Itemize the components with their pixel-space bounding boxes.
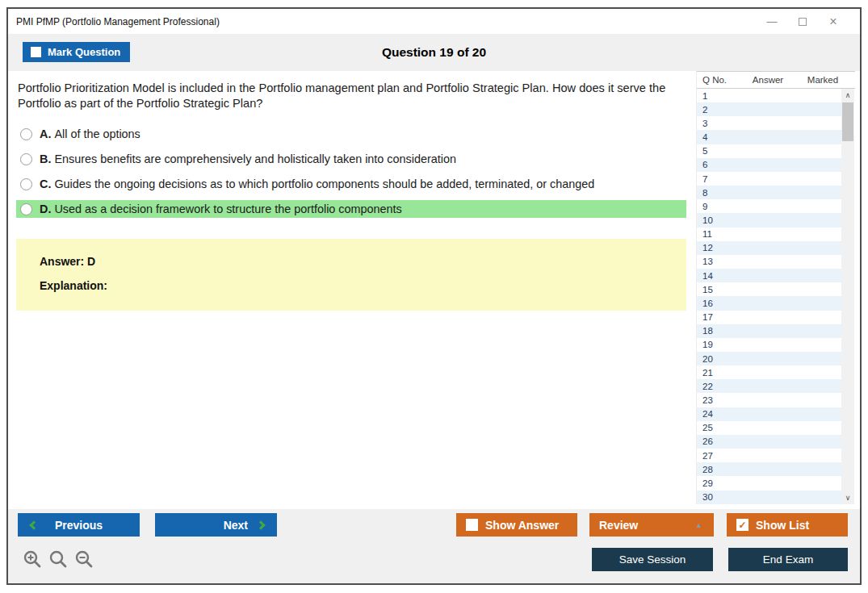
radio-icon[interactable] xyxy=(20,128,32,140)
question-list-row[interactable]: 17 xyxy=(697,311,842,324)
previous-label: Previous xyxy=(55,519,103,532)
minimize-icon: — xyxy=(767,15,778,27)
show-answer-button[interactable]: Show Answer xyxy=(456,513,577,537)
question-list-row[interactable]: 9 xyxy=(697,199,842,213)
row-qno: 4 xyxy=(697,132,737,142)
scroll-down-icon[interactable]: ∨ xyxy=(841,491,854,504)
chevron-left-icon xyxy=(29,520,38,529)
question-list-row[interactable]: 7 xyxy=(697,172,842,186)
header-band: Question 19 of 20 Mark Question xyxy=(8,34,860,71)
maximize-icon xyxy=(799,18,807,26)
row-qno: 28 xyxy=(697,465,737,474)
row-qno: 5 xyxy=(697,146,737,156)
option-text: All of the options xyxy=(54,127,140,140)
question-list-row[interactable]: 3 xyxy=(697,116,842,130)
question-list-row[interactable]: 19 xyxy=(697,338,842,352)
column-marked: Marked xyxy=(799,75,847,85)
row-qno: 18 xyxy=(697,326,737,336)
mark-question-label: Mark Question xyxy=(48,46,120,58)
show-list-checkbox[interactable]: ✓ xyxy=(736,519,748,531)
maximize-button[interactable] xyxy=(787,9,818,34)
row-qno: 9 xyxy=(697,202,737,211)
question-list-row[interactable]: 22 xyxy=(697,379,842,393)
question-list-panel: Q No. Answer Marked 12345678910111213141… xyxy=(696,71,854,504)
question-list-row[interactable]: 11 xyxy=(697,228,842,241)
next-button[interactable]: Next xyxy=(155,513,277,537)
scrollbar-thumb[interactable] xyxy=(842,102,853,141)
footer-band: Previous Next Show Answer Review ▲ ✓ Sho… xyxy=(8,509,860,583)
row-qno: 7 xyxy=(697,174,737,184)
question-list-row[interactable]: 10 xyxy=(697,213,842,227)
option-c[interactable]: C.Guides the ongoing decisions as to whi… xyxy=(16,175,686,193)
question-list-row[interactable]: 1 xyxy=(697,89,842,102)
question-list-row[interactable]: 21 xyxy=(697,365,842,379)
show-answer-checkbox[interactable] xyxy=(466,519,478,531)
end-exam-button[interactable]: End Exam xyxy=(728,548,848,571)
question-list-rows: 1234567891011121314151617181920212223242… xyxy=(697,89,842,504)
column-answer: Answer xyxy=(744,75,792,85)
row-qno: 19 xyxy=(697,340,737,349)
question-text: Portfolio Prioritization Model is includ… xyxy=(18,81,685,112)
previous-button[interactable]: Previous xyxy=(18,513,140,537)
row-qno: 2 xyxy=(697,105,737,115)
save-session-button[interactable]: Save Session xyxy=(592,548,713,571)
question-list-row[interactable]: 6 xyxy=(697,158,842,172)
option-d[interactable]: D.Used as a decision framework to struct… xyxy=(16,200,686,218)
question-list-row[interactable]: 2 xyxy=(697,102,842,116)
option-letter: D. xyxy=(40,203,51,215)
next-label: Next xyxy=(224,519,248,532)
question-counter: Question 19 of 20 xyxy=(8,34,860,71)
radio-icon[interactable] xyxy=(20,203,32,215)
row-qno: 13 xyxy=(697,257,737,266)
option-a[interactable]: A.All of the options xyxy=(16,125,686,143)
question-list-row[interactable]: 4 xyxy=(697,130,842,144)
column-qno: Q No. xyxy=(702,75,727,85)
option-letter: A. xyxy=(40,127,51,140)
question-list-row[interactable]: 20 xyxy=(697,352,842,365)
radio-icon[interactable] xyxy=(20,178,32,190)
question-list-row[interactable]: 8 xyxy=(697,186,842,199)
row-qno: 8 xyxy=(697,188,737,198)
question-list-row[interactable]: 26 xyxy=(697,435,842,449)
question-list-row[interactable]: 18 xyxy=(697,324,842,338)
question-list-row[interactable]: 16 xyxy=(697,296,842,310)
mark-question-checkbox[interactable] xyxy=(31,47,41,57)
row-qno: 17 xyxy=(697,312,737,322)
question-list-row[interactable]: 13 xyxy=(697,255,842,269)
show-list-button[interactable]: ✓ Show List xyxy=(727,513,848,537)
scrollbar[interactable]: ∧ ∨ xyxy=(841,89,854,504)
scroll-up-icon[interactable]: ∧ xyxy=(841,89,854,102)
option-b[interactable]: B.Ensures benefits are comprehensively a… xyxy=(16,150,686,168)
review-button[interactable]: Review ▲ xyxy=(589,513,714,537)
row-qno: 16 xyxy=(697,299,737,308)
question-list-row[interactable]: 27 xyxy=(697,449,842,462)
question-list-row[interactable]: 12 xyxy=(697,241,842,255)
close-button[interactable]: × xyxy=(818,9,849,34)
row-qno: 14 xyxy=(697,271,737,281)
question-list-row[interactable]: 28 xyxy=(697,462,842,476)
row-qno: 11 xyxy=(697,229,737,239)
zoom-in-icon[interactable] xyxy=(23,549,42,569)
row-qno: 24 xyxy=(697,409,737,419)
row-qno: 10 xyxy=(697,215,737,225)
row-qno: 30 xyxy=(697,492,737,502)
minimize-button[interactable]: — xyxy=(757,9,787,34)
question-list-row[interactable]: 5 xyxy=(697,144,842,158)
save-session-label: Save Session xyxy=(619,553,686,566)
question-list-row[interactable]: 15 xyxy=(697,282,842,296)
row-qno: 12 xyxy=(697,243,737,253)
question-list-row[interactable]: 24 xyxy=(697,407,842,421)
zoom-reset-icon[interactable] xyxy=(48,549,68,569)
question-list-row[interactable]: 23 xyxy=(697,393,842,407)
question-list-row[interactable]: 30 xyxy=(697,491,842,504)
answer-label: Answer: D xyxy=(40,255,686,268)
question-list-row[interactable]: 14 xyxy=(697,269,842,282)
radio-icon[interactable] xyxy=(20,153,32,165)
question-list-row[interactable]: 29 xyxy=(697,476,842,490)
close-icon: × xyxy=(829,15,837,29)
question-list-row[interactable]: 25 xyxy=(697,421,842,435)
mark-question-button[interactable]: Mark Question xyxy=(23,42,130,62)
answer-panel: Answer: D Explanation: xyxy=(16,239,686,311)
zoom-out-icon[interactable] xyxy=(74,549,94,569)
question-list-header: Q No. Answer Marked xyxy=(697,71,855,89)
